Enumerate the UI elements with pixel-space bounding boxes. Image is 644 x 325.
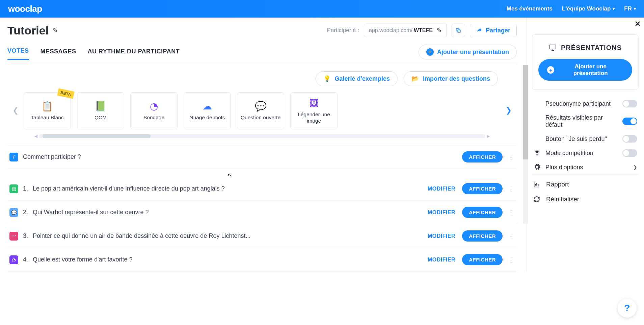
qtype-question-ouverte[interactable]: 💬Question ouverte [237,92,284,129]
qtype-sondage[interactable]: ◔Sondage [130,92,178,129]
question-type-icon: ▤ [9,184,18,193]
reset-button[interactable]: Réinitialiser [533,196,637,203]
modify-button[interactable]: MODIFIER [428,233,455,239]
question-row: ▤ 1. Le pop art américain vient-il d'une… [7,177,517,201]
sidebar: ✕ PRÉSENTATIONS + Ajouter une présentati… [527,18,644,272]
lightbulb-icon: 💡 [323,75,331,82]
plus-icon: + [426,48,434,56]
presentations-card: PRÉSENTATIONS + Ajouter une présentation [532,34,639,90]
share-button[interactable]: Partager [470,24,517,37]
qtype-légender-une-image[interactable]: 🖼Légender une image [290,92,338,129]
qtype-icon: ◔ [150,101,158,112]
qtype-label: Nuage de mots [189,115,225,121]
nav-language-dropdown[interactable]: FR [624,5,636,12]
presentation-icon [549,44,557,52]
info-show-button[interactable]: AFFICHER [462,151,503,162]
toggle-switch[interactable] [622,149,637,157]
qtype-tableau-blanc[interactable]: BETA📋Tableau Blanc [24,92,71,129]
more-icon[interactable]: ⋮ [507,208,515,217]
chevron-right-icon: ❯ [633,165,637,170]
nav-team-dropdown[interactable]: L'équipe Wooclap [562,5,615,12]
close-sidebar-button[interactable]: ✕ [635,20,641,28]
edit-code-icon[interactable]: ✎ [437,27,442,34]
add-presentation-label: Ajouter une présentation [437,49,509,56]
import-questions-button[interactable]: 📂 Importer des questions [404,71,498,86]
modify-button[interactable]: MODIFIER [428,257,455,263]
more-icon[interactable]: ⋮ [507,232,515,240]
qtype-nuage-de-mots[interactable]: ☁Nuage de mots [184,92,231,129]
question-list: i Comment participer ? AFFICHER ⋮ ▤ 1. L… [7,145,517,272]
setting-label: Bouton "Je suis perdu" [545,135,618,143]
nav-my-events[interactable]: Mes événements [507,5,553,12]
reset-label: Réinitialiser [546,196,579,203]
more-icon[interactable]: ⋮ [507,256,515,264]
participate-label: Participer à : [327,27,359,34]
carousel-next-button[interactable]: ❯ [503,104,515,117]
refresh-icon [533,196,540,203]
qtype-label: Question ouverte [241,115,280,121]
gallery-button[interactable]: 💡 Galerie d'exemples [316,71,398,86]
tab-participant-rhythm[interactable]: AU RYTHME DU PARTICIPANT [88,48,180,60]
modify-button[interactable]: MODIFIER [428,209,455,216]
qtype-label: QCM [95,115,107,121]
info-row: i Comment participer ? AFFICHER ⋮ [7,145,517,169]
setting-row: Bouton "Je suis perdu" [533,135,637,143]
edit-title-icon[interactable]: ✎ [53,27,58,34]
qtype-label: Sondage [143,115,164,121]
copy-url-button[interactable] [452,24,465,37]
url-code: WTEFE [414,27,433,33]
question-text: Pointer ce qui donne un air de bande des… [33,232,423,240]
share-label: Partager [486,27,510,34]
show-button[interactable]: AFFICHER [462,183,503,194]
info-icon: i [9,153,18,161]
chart-icon [533,181,540,188]
gear-icon [533,164,541,171]
qtype-qcm[interactable]: 📗QCM [77,92,124,129]
share-icon [476,27,482,33]
setting-row[interactable]: Plus d'options❯ [533,164,637,171]
top-nav: wooclap Mes événements L'équipe Wooclap … [0,0,644,18]
copy-icon [456,28,461,33]
question-number: 2. [23,209,28,216]
show-button[interactable]: AFFICHER [462,230,503,242]
more-icon[interactable]: ⋮ [507,185,515,193]
toggle-switch[interactable] [622,135,637,143]
show-button[interactable]: AFFICHER [462,254,503,265]
folder-icon: 📂 [411,75,419,82]
question-type-carousel: BETA📋Tableau Blanc📗QCM◔Sondage☁Nuage de … [24,92,501,129]
question-type-icon: 〰 [9,232,18,241]
svg-rect-2 [550,45,556,49]
qtype-icon: 📋 [42,101,53,112]
event-url-box: app.wooclap.com/ WTEFE ✎ [364,24,447,37]
toggle-switch[interactable] [622,100,637,107]
setting-row: Résultats visibles par défaut [533,114,637,128]
question-text: Le pop art américain vient-il d'une infl… [33,185,423,192]
main-panel: Tutoriel ✎ Participer à : app.wooclap.co… [0,18,527,272]
qtype-label: Légender une image [293,111,335,124]
question-number: 1. [23,185,28,192]
toggle-switch[interactable] [622,118,637,125]
trophy-icon [533,149,541,157]
show-button[interactable]: AFFICHER [462,207,503,218]
beta-badge: BETA [57,88,74,99]
tab-messages[interactable]: MESSAGES [41,48,76,60]
logo: wooclap [8,4,42,14]
setting-label: Plus d'options [545,164,628,171]
info-more-icon[interactable]: ⋮ [507,153,515,161]
modify-button[interactable]: MODIFIER [428,186,455,192]
tab-votes[interactable]: VOTES [7,47,29,60]
add-presentation-button[interactable]: + Ajouter une présentation [419,45,517,59]
sidebar-add-presentation-button[interactable]: + Ajouter une présentation [538,59,632,81]
report-button[interactable]: Rapport [533,181,637,188]
report-label: Rapport [546,181,569,188]
import-label: Importer des questions [423,75,490,82]
setting-label: Résultats visibles par défaut [545,114,618,128]
carousel-scrollbar[interactable] [39,134,485,138]
question-row: 💬 2. Qui Warhol représente-il sur cette … [7,201,517,224]
question-text: Quelle est votre forme d'art favorite ? [33,256,423,263]
carousel-prev-button[interactable]: ❮ [9,104,22,117]
question-type-icon: ◔ [9,255,18,264]
question-text: Qui Warhol représente-il sur cette oeuvr… [33,209,423,216]
qtype-icon: 📗 [95,101,107,112]
url-prefix: app.wooclap.com/ [369,27,412,33]
